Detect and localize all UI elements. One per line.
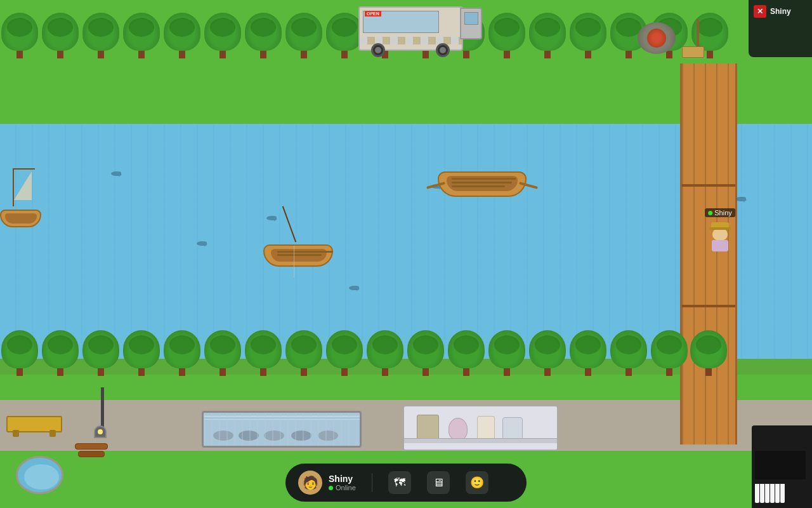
food-truck: OPEN xyxy=(358,6,463,51)
online-dot xyxy=(708,211,712,215)
taskbar-divider xyxy=(372,473,372,492)
boat-center xyxy=(263,244,333,267)
tree xyxy=(41,13,80,58)
tree xyxy=(528,13,567,58)
character-name-label: Shiny xyxy=(714,209,732,217)
tree xyxy=(568,330,608,376)
tree xyxy=(284,13,324,58)
fish xyxy=(349,286,359,290)
tree xyxy=(528,330,567,376)
tree xyxy=(0,330,39,376)
tree xyxy=(609,330,648,376)
tree xyxy=(244,330,283,376)
emote-button[interactable]: 🙂 xyxy=(466,471,488,494)
tree xyxy=(203,13,242,58)
map-button[interactable]: 🗺 xyxy=(388,471,411,494)
map-icon: 🗺 xyxy=(394,476,405,490)
tree xyxy=(81,330,121,376)
tree xyxy=(284,330,324,376)
tree xyxy=(244,13,283,58)
taskbar-status-text: Online xyxy=(336,484,356,491)
online-users-panel: ✕ Shiny xyxy=(749,0,812,57)
online-user-item: ✕ Shiny xyxy=(754,5,807,18)
status-dot-icon xyxy=(329,486,333,490)
display-table xyxy=(403,405,558,451)
tree xyxy=(650,330,689,376)
tree xyxy=(325,330,364,376)
tree xyxy=(0,13,39,58)
tree xyxy=(487,13,527,58)
tree xyxy=(203,330,242,376)
fish xyxy=(197,241,207,246)
tree xyxy=(365,330,405,376)
emote-icon: 🙂 xyxy=(470,476,484,490)
taskbar-username: Shiny xyxy=(329,474,356,484)
tree xyxy=(406,330,445,376)
fire-pit xyxy=(638,22,679,57)
fish xyxy=(736,197,746,201)
tree xyxy=(81,13,121,58)
display-button[interactable]: 🖥 xyxy=(427,471,450,494)
game-world: OPEN xyxy=(0,0,812,508)
fish xyxy=(266,216,277,220)
log-pile xyxy=(75,443,108,457)
taskbar-avatar: 🧑 xyxy=(298,471,322,495)
trees-bottom-row xyxy=(0,330,749,376)
tree xyxy=(487,330,527,376)
tree xyxy=(689,330,728,376)
fish-tank xyxy=(202,411,362,448)
tree xyxy=(568,13,608,58)
tree xyxy=(122,13,161,58)
tree xyxy=(41,330,80,376)
bench-yellow xyxy=(6,416,62,432)
display-icon: 🖥 xyxy=(433,476,444,490)
taskbar: 🧑 Shiny Online 🗺 🖥 🙂 xyxy=(285,464,527,502)
tree xyxy=(122,330,161,376)
tree xyxy=(162,13,202,58)
taskbar-user-info: Shiny Online xyxy=(329,474,356,491)
taskbar-status: Online xyxy=(329,484,356,491)
tree xyxy=(162,330,202,376)
player-character: Shiny xyxy=(710,222,730,251)
boat-right xyxy=(438,171,527,197)
tree xyxy=(447,330,486,376)
taskbar-user-section: 🧑 Shiny Online xyxy=(298,471,356,495)
water-feature xyxy=(16,456,63,494)
fish xyxy=(111,171,121,176)
online-username: Shiny xyxy=(770,7,791,16)
signpost xyxy=(691,19,704,58)
boat-left xyxy=(0,210,41,227)
street-lamp xyxy=(98,387,107,438)
piano xyxy=(752,425,812,508)
dock xyxy=(680,64,737,444)
